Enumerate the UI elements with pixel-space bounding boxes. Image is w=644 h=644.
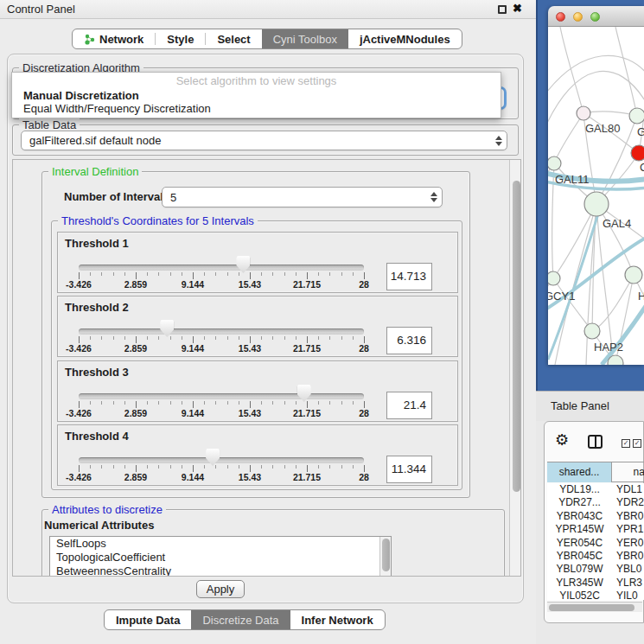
network-icon [84, 34, 95, 45]
bottom-tab-impute-data[interactable]: Impute Data [105, 610, 191, 629]
slider-tick [272, 465, 273, 469]
table-row[interactable]: YDR27...YDR2 [547, 496, 644, 509]
table-row[interactable]: YBR043CYBR0 [547, 510, 644, 523]
apply-button[interactable]: Apply [196, 580, 245, 598]
network-node[interactable] [584, 192, 609, 216]
threshold-slider-thumb[interactable] [206, 449, 220, 466]
bottom-tab-label: Infer Network [302, 614, 373, 627]
attribute-list-item[interactable]: TopologicalCoefficient [50, 551, 391, 564]
slider-tick [215, 336, 216, 340]
network-window-titlebar[interactable] [548, 6, 644, 27]
attribute-list-item[interactable]: BetweennessCentrality [50, 564, 391, 577]
close-icon[interactable]: ✖ [513, 2, 522, 15]
attr-list-scrollbar[interactable] [379, 537, 391, 577]
table-row[interactable]: YIL052CYIL0 [547, 590, 644, 600]
settings-scrollbar-thumb[interactable] [513, 181, 520, 492]
table-row[interactable]: YBR045CYBR0 [547, 550, 644, 563]
slider-tick [79, 336, 80, 343]
slider-tick [307, 336, 308, 343]
table-column-header[interactable]: shared... [547, 462, 612, 482]
table-cell: YPR145W [547, 523, 612, 536]
algorithm-option[interactable]: Equal Width/Frequency Discretization [23, 102, 211, 115]
table-cell: YLR3 [616, 577, 642, 590]
tab-label: Select [217, 33, 250, 46]
settings-scrollbar[interactable] [509, 160, 521, 577]
table-panel-title: Table Panel [551, 399, 609, 412]
table-row[interactable]: YPR145WYPR1 [547, 523, 644, 536]
slider-tick-label: -3.426 [57, 279, 100, 290]
slider-tick [170, 272, 171, 276]
slider-tick [193, 272, 194, 279]
float-window-icon[interactable] [498, 5, 507, 14]
tab-select[interactable]: Select [206, 29, 261, 48]
settings-scrollarea: Interval Definition Number of Intervals … [12, 159, 521, 577]
network-node[interactable] [577, 106, 590, 120]
slider-tick-label: 28 [342, 408, 386, 418]
table-cell: YER0 [616, 537, 643, 550]
threshold-slider-thumb[interactable] [236, 256, 250, 273]
threshold-slider-track[interactable] [79, 393, 364, 399]
network-node[interactable] [629, 108, 644, 124]
table-cell: YLR345W [547, 577, 612, 590]
select-all-checkbox-icon[interactable]: ✓ [622, 439, 630, 448]
network-node[interactable] [631, 145, 644, 161]
algorithm-option[interactable]: Manual Discretization [23, 89, 139, 102]
slider-tick [272, 401, 273, 405]
table-column-header[interactable]: name [612, 462, 644, 482]
minimize-traffic-light-icon[interactable] [573, 12, 583, 22]
tab-jactivemnodules[interactable]: jActiveMNodules [348, 29, 462, 48]
table-panel: ⚙ ✓ ✓ shared...name YDL19...YDL1YDR27...… [544, 421, 644, 623]
slider-tick [79, 401, 80, 408]
columns-icon[interactable] [588, 435, 603, 449]
threshold-slider-track[interactable] [79, 265, 364, 271]
attribute-list-item[interactable]: SelfLoops [50, 537, 391, 551]
slider-tick-label: 21.715 [285, 408, 328, 418]
network-canvas[interactable]: GAL80GACGAL11GAL4GCY1HHAP2 [548, 27, 644, 365]
slider-tick [124, 272, 125, 276]
slider-tick [79, 272, 80, 279]
threshold-value-field[interactable]: 6.316 [386, 327, 432, 354]
threshold-slider-thumb[interactable] [297, 385, 311, 402]
table-hscrollbar-thumb[interactable] [549, 604, 634, 611]
network-node-label: HAP2 [594, 341, 623, 354]
gear-icon[interactable]: ⚙ [555, 432, 569, 448]
threshold-value-field[interactable]: 21.4 [386, 392, 432, 419]
tab-style[interactable]: Style [156, 29, 205, 48]
top-tabbar: NetworkStyleSelectCyni ToolboxjActiveMNo… [72, 29, 462, 49]
interval-definition-group: Interval Definition Number of Intervals … [41, 171, 470, 498]
slider-tick [170, 465, 171, 469]
threshold-slider-track[interactable] [79, 328, 364, 335]
threshold-value-field[interactable]: 14.713 [386, 263, 432, 290]
slider-tick [296, 336, 296, 340]
slider-tick [261, 401, 262, 405]
table-cell: YER054C [547, 537, 612, 550]
slider-tick [136, 401, 137, 408]
slider-tick [79, 465, 80, 472]
numerical-attributes-list[interactable]: SelfLoopsTopologicalCoefficientBetweenne… [49, 536, 392, 577]
tab-network[interactable]: Network [73, 29, 155, 48]
threshold-value-field[interactable]: 11.344 [386, 456, 432, 483]
table-row[interactable]: YER054CYER0 [547, 537, 644, 550]
tab-cyni-toolbox[interactable]: Cyni Toolbox [262, 29, 348, 48]
threshold-slider-thumb[interactable] [160, 320, 174, 337]
bottom-tab-infer-network[interactable]: Infer Network [290, 610, 385, 629]
network-node[interactable] [584, 323, 600, 339]
slider-tick [101, 272, 102, 276]
network-node[interactable] [625, 266, 642, 284]
network-node[interactable] [548, 156, 561, 170]
num-intervals-combobox[interactable]: 5 [162, 187, 443, 207]
table-hscrollbar[interactable] [547, 602, 642, 612]
zoom-traffic-light-icon[interactable] [590, 12, 600, 22]
select-none-checkbox-icon[interactable]: ✓ [633, 439, 641, 448]
bottom-tab-discretize-data[interactable]: Discretize Data [191, 610, 290, 629]
close-traffic-light-icon[interactable] [556, 12, 565, 22]
threshold-slider-track[interactable] [79, 457, 364, 463]
table-row[interactable]: YDL19...YDL1 [547, 483, 644, 496]
table-row[interactable]: YBL079WYBL0 [547, 563, 644, 576]
tab-label: jActiveMNodules [360, 33, 450, 46]
slider-tick-label: 21.715 [285, 472, 328, 482]
threshold-row: Threshold 4-3.4262.8599.14415.4321.71528… [57, 424, 458, 486]
table-data-combobox[interactable]: galFiltered.sif default node [21, 131, 507, 150]
network-node[interactable] [548, 271, 560, 285]
table-row[interactable]: YLR345WYLR3 [547, 577, 644, 590]
